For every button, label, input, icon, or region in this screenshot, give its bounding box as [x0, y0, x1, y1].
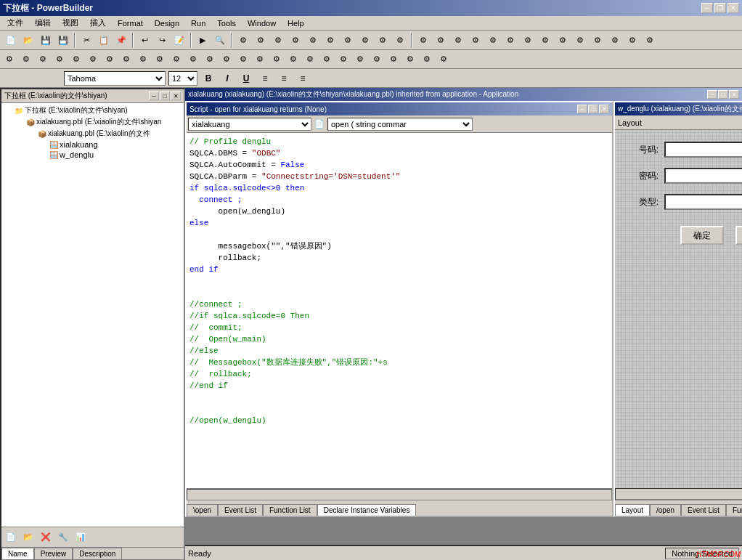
menu-file[interactable]: 文件 [1, 16, 29, 30]
new-btn[interactable]: 📄 [3, 32, 19, 48]
tb10[interactable]: ⚙ [392, 32, 408, 48]
menu-insert[interactable]: 插入 [84, 16, 112, 30]
tree-node-pbl1[interactable]: 📦 xialakuang.pbl (E:\xiaolin的文件\shiyan [3, 116, 182, 128]
tb2-23[interactable]: ⚙ [369, 52, 385, 68]
tree-tb4[interactable]: 🔧 [55, 529, 71, 545]
menu-tools[interactable]: Tools [211, 17, 242, 29]
tb6[interactable]: ⚙ [322, 32, 338, 48]
tb18[interactable]: ⚙ [537, 32, 553, 48]
tb2-9[interactable]: ⚙ [135, 52, 151, 68]
debug-btn[interactable]: 🔍 [212, 32, 228, 48]
tb11[interactable]: ⚙ [415, 32, 431, 48]
tb2-20[interactable]: ⚙ [319, 52, 335, 68]
tb2-5[interactable]: ⚙ [68, 52, 84, 68]
menu-format[interactable]: Format [112, 17, 149, 29]
tb2-15[interactable]: ⚙ [235, 52, 251, 68]
tb9[interactable]: ⚙ [375, 32, 391, 48]
script-restore[interactable]: □ [588, 105, 598, 113]
cut-btn[interactable]: ✂ [78, 32, 94, 48]
layout-tab-layout[interactable]: Layout [615, 504, 650, 516]
restore-btn[interactable]: ❐ [714, 3, 726, 13]
script-tab-open[interactable]: \open [187, 504, 218, 516]
copy-btn[interactable]: 📋 [96, 32, 112, 48]
menu-edit[interactable]: 编辑 [29, 16, 57, 30]
tb2-24[interactable]: ⚙ [386, 52, 401, 68]
cancel-btn[interactable]: 取消 [735, 226, 742, 245]
confirm-btn[interactable]: 确定 [680, 226, 724, 245]
tab-preview[interactable]: Preview [34, 548, 73, 559]
menu-help[interactable]: Help [282, 17, 310, 29]
run-btn[interactable]: ▶ [195, 32, 211, 48]
redo-btn[interactable]: ↪ [154, 32, 170, 48]
layout-hscrollbar[interactable] [615, 488, 742, 500]
tb2-2[interactable]: ⚙ [18, 52, 34, 68]
tb2-4[interactable]: ⚙ [52, 52, 68, 68]
italic-btn[interactable]: I [219, 70, 235, 86]
minimize-btn[interactable]: ─ [701, 3, 713, 13]
layout-tab-open[interactable]: /open [650, 504, 681, 516]
align-left-btn[interactable]: ≡ [257, 70, 273, 86]
tb2-26[interactable]: ⚙ [419, 52, 435, 68]
tb2-19[interactable]: ⚙ [302, 52, 318, 68]
tree-node-wdenglu[interactable]: 🪟 w_denglu [3, 150, 182, 160]
tree-node-pbl2[interactable]: 📦 xialakuang.pbl (E:\xiaolin的文件 [3, 128, 182, 139]
tb23[interactable]: ⚙ [624, 32, 640, 48]
menu-run[interactable]: Run [185, 17, 211, 29]
tb5[interactable]: ⚙ [305, 32, 321, 48]
tb19[interactable]: ⚙ [555, 32, 571, 48]
tb1[interactable]: ⚙ [235, 32, 251, 48]
font-size-select[interactable]: 12 [168, 71, 197, 86]
tb12[interactable]: ⚙ [433, 32, 449, 48]
tb24[interactable]: ⚙ [642, 32, 658, 48]
tb15[interactable]: ⚙ [485, 32, 501, 48]
tb13[interactable]: ⚙ [450, 32, 466, 48]
tab-description[interactable]: Description [73, 548, 122, 559]
script-min[interactable]: ─ [577, 105, 587, 113]
tb20[interactable]: ⚙ [572, 32, 588, 48]
tb17[interactable]: ⚙ [520, 32, 536, 48]
tb2-1[interactable]: ⚙ [1, 52, 17, 68]
tree-close-btn[interactable]: ✕ [171, 92, 181, 100]
align-center-btn[interactable]: ≡ [276, 70, 292, 86]
tb2-7[interactable]: ⚙ [102, 52, 118, 68]
script-close[interactable]: ✕ [599, 105, 609, 113]
tb4[interactable]: ⚙ [288, 32, 303, 48]
save-all-btn[interactable]: 💾 [55, 32, 71, 48]
tb2-25[interactable]: ⚙ [402, 52, 418, 68]
tb2-10[interactable]: ⚙ [152, 52, 168, 68]
tb2-11[interactable]: ⚙ [168, 52, 184, 68]
script-tab-eventlist[interactable]: Event List [218, 504, 263, 516]
undo-btn[interactable]: ↩ [136, 32, 152, 48]
script-tab-declare[interactable]: Declare Instance Variables [317, 504, 417, 516]
app-win-min[interactable]: ─ [707, 90, 717, 99]
tb2-27[interactable]: ⚙ [436, 52, 452, 68]
save-btn[interactable]: 💾 [38, 32, 54, 48]
tree-tb1[interactable]: 📄 [3, 529, 19, 545]
menu-view[interactable]: 视图 [57, 16, 84, 30]
tree-tb3[interactable]: ❌ [38, 529, 54, 545]
tb2-8[interactable]: ⚙ [118, 52, 134, 68]
combo-lei[interactable]: ▼ [664, 194, 742, 210]
tree-node-xialakuang[interactable]: 🪟 xialakuang [3, 139, 182, 150]
tree-node-root[interactable]: 📁 下拉框 (E:\xiaolin的文件\shiyan) [3, 105, 182, 116]
tb2-12[interactable]: ⚙ [185, 52, 201, 68]
tb2-16[interactable]: ⚙ [252, 52, 268, 68]
input-mi[interactable] [664, 168, 742, 184]
app-win-close[interactable]: ✕ [729, 90, 739, 99]
tree-max-btn[interactable]: □ [160, 92, 170, 100]
open-btn[interactable]: 📂 [20, 32, 36, 48]
script-hscrollbar[interactable] [187, 489, 612, 500]
tab-name[interactable]: Name [1, 548, 34, 559]
tree-tb5[interactable]: 📊 [73, 529, 89, 545]
tb22[interactable]: ⚙ [607, 32, 623, 48]
btn-extra[interactable]: 📝 [171, 32, 187, 48]
tb2[interactable]: ⚙ [253, 32, 269, 48]
tb7[interactable]: ⚙ [340, 32, 356, 48]
app-win-restore[interactable]: □ [718, 90, 728, 99]
tb2-18[interactable]: ⚙ [285, 52, 301, 68]
tb16[interactable]: ⚙ [502, 32, 518, 48]
align-right-btn[interactable]: ≡ [295, 70, 311, 86]
tb2-22[interactable]: ⚙ [352, 52, 368, 68]
bold-btn[interactable]: B [200, 70, 216, 86]
input-hao[interactable] [664, 142, 742, 158]
